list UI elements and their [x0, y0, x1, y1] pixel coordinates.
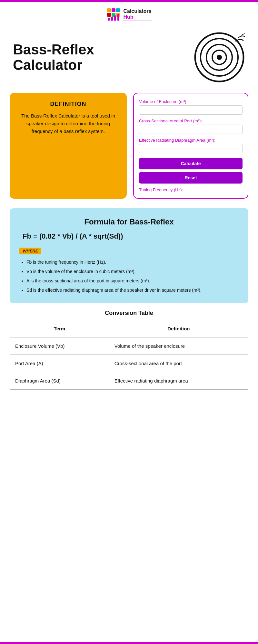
logo-calculators: Calculators	[123, 8, 151, 14]
formula-var-sd: Sd is the effective radiating diaphragm …	[26, 287, 239, 294]
conversion-table: Term Definition Enclosure Volume (Vb) Vo…	[10, 320, 248, 390]
svg-rect-9	[117, 14, 119, 21]
svg-rect-1	[112, 8, 115, 12]
row1-term: Enclosure Volume (Vb)	[10, 337, 109, 355]
input-diaphragm[interactable]	[139, 144, 243, 153]
label-diaphragm: Effective Radiating Diaphragm Area (m²):	[139, 138, 243, 143]
cards-row: DEFINITION The Bass-Reflex Calculator is…	[0, 86, 258, 205]
tuning-frequency-label: Tuning Frequency (Hz):	[139, 187, 243, 192]
page-title: Bass-Reflex Calculator	[13, 42, 94, 73]
table-header-row: Term Definition	[10, 320, 248, 337]
logo: Calculators Hub	[106, 8, 151, 22]
title-section: Bass-Reflex Calculator	[0, 25, 258, 86]
title-line1: Bass-Reflex	[13, 42, 94, 57]
logo-icon	[106, 8, 121, 22]
svg-rect-7	[111, 17, 113, 21]
label-cross: Cross-Sectional Area of Port (m²):	[139, 118, 243, 123]
col-header-term: Term	[10, 320, 109, 337]
logo-hub: Hub	[123, 14, 151, 20]
table-row: Port Area (A) Cross-sectional area of th…	[10, 355, 248, 372]
calculate-button[interactable]: Calculate	[139, 158, 243, 169]
svg-rect-8	[114, 15, 116, 21]
row3-definition: Effective radiating diaphragm area	[109, 372, 248, 390]
definition-title: DEFINITION	[16, 101, 120, 108]
where-badge: WHERE	[19, 248, 41, 254]
formula-var-vb: Vb is the volume of the enclosure in cub…	[26, 268, 239, 275]
formula-var-a: A is the cross-sectional area of the por…	[26, 278, 239, 284]
label-volume: Volume of Enclosure (m³):	[139, 99, 243, 104]
formula-title: Formula for Bass-Reflex	[19, 217, 239, 226]
formula-expression: Fb = (0.82 * Vb) / (A * sqrt(Sd))	[19, 232, 239, 241]
svg-rect-0	[107, 8, 111, 12]
row1-definition: Volume of the speaker enclosure	[109, 337, 248, 355]
row2-definition: Cross-sectional area of the port	[109, 355, 248, 372]
svg-rect-6	[108, 18, 110, 21]
svg-rect-2	[116, 8, 120, 12]
calculator-card: Volume of Enclosure (m³): Cross-Sectiona…	[133, 93, 248, 199]
svg-rect-3	[107, 13, 111, 17]
svg-point-14	[217, 55, 222, 60]
table-row: Enclosure Volume (Vb) Volume of the spea…	[10, 337, 248, 355]
table-row: Diaphragm Area (Sd) Effective radiating …	[10, 372, 248, 390]
row2-term: Port Area (A)	[10, 355, 109, 372]
formula-var-fb: Fb is the tuning frequency in Hertz (Hz)…	[26, 259, 239, 266]
conversion-table-title: Conversion Table	[0, 310, 258, 317]
title-line2: Calculator	[13, 57, 94, 73]
header: Calculators Hub	[0, 2, 258, 25]
definition-text: The Bass-Reflex Calculator is a tool use…	[16, 112, 120, 135]
formula-list: Fb is the tuning frequency in Hertz (Hz)…	[19, 259, 239, 294]
formula-section: Formula for Bass-Reflex Fb = (0.82 * Vb)…	[10, 208, 248, 303]
definition-card: DEFINITION The Bass-Reflex Calculator is…	[10, 93, 127, 199]
logo-text: Calculators Hub	[123, 8, 151, 21]
col-header-definition: Definition	[109, 320, 248, 337]
row3-term: Diaphragm Area (Sd)	[10, 372, 109, 390]
input-cross[interactable]	[139, 125, 243, 134]
input-volume[interactable]	[139, 105, 243, 115]
speaker-image	[194, 32, 245, 83]
reset-button[interactable]: Reset	[139, 172, 243, 184]
